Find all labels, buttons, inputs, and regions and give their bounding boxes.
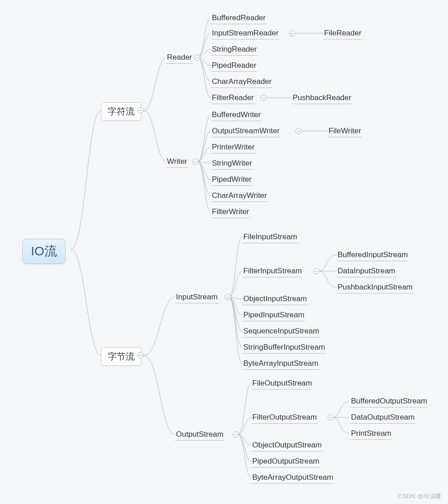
node-filter-writer[interactable]: FilterWriter [211, 206, 250, 218]
node-file-reader[interactable]: FileReader [323, 28, 362, 39]
node-bytearray-inputstream[interactable]: ByteArrayInputStream [242, 358, 319, 370]
node-stringbuffer-inputstream[interactable]: StringBufferInputStream [242, 342, 326, 354]
node-buffered-writer[interactable]: BufferedWriter [211, 110, 262, 121]
collapse-icon[interactable] [313, 268, 320, 274]
node-piped-reader[interactable]: PipedReader [211, 60, 257, 72]
collapse-icon[interactable] [194, 54, 200, 61]
node-reader[interactable]: Reader [166, 52, 193, 64]
node-chararray-writer[interactable]: CharArrayWriter [211, 190, 268, 202]
node-filter-inputstream[interactable]: FilterInputStream [242, 266, 303, 277]
node-data-outputstream[interactable]: DataOutputStream [350, 412, 416, 424]
node-piped-writer[interactable]: PipedWriter [211, 174, 253, 186]
branch-byte-stream[interactable]: 字节流 [101, 347, 141, 366]
node-chararray-reader[interactable]: CharArrayReader [211, 76, 272, 88]
node-data-inputstream[interactable]: DataInputStream [337, 266, 396, 277]
node-buffered-inputstream[interactable]: BufferedInputStream [337, 250, 409, 261]
node-file-writer[interactable]: FileWriter [328, 126, 362, 137]
node-filter-reader[interactable]: FilterReader [211, 92, 255, 104]
collapse-icon[interactable] [289, 30, 295, 36]
node-buffered-outputstream[interactable]: BufferedOutputStream [350, 396, 428, 408]
collapse-icon[interactable] [137, 352, 144, 359]
root-node[interactable]: IO流 [22, 239, 66, 264]
node-piped-inputstream[interactable]: PipedInputStream [242, 310, 305, 321]
node-sequence-inputstream[interactable]: SequenceInputStream [242, 326, 320, 337]
node-pushback-reader[interactable]: PushbackReader [292, 92, 352, 104]
node-printer-writer[interactable]: PrinterWriter [211, 142, 255, 153]
node-file-outputstream[interactable]: FileOutputStream [251, 378, 313, 390]
collapse-icon[interactable] [224, 294, 231, 300]
node-inputstream-reader[interactable]: InputStreamReader [211, 28, 279, 39]
collapse-icon[interactable] [328, 414, 334, 421]
collapse-icon[interactable] [192, 158, 198, 165]
node-bytearray-outputstream[interactable]: ByteArrayOutputStream [251, 472, 334, 484]
node-print-stream[interactable]: PrintStream [350, 428, 392, 440]
node-string-reader[interactable]: StringReader [211, 44, 258, 56]
node-filter-outputstream[interactable]: FilterOutputStream [251, 412, 318, 424]
node-inputstream[interactable]: InputStream [175, 292, 219, 303]
collapse-icon[interactable] [260, 95, 267, 101]
node-object-outputstream[interactable]: ObjectOutputStream [251, 440, 323, 451]
node-writer[interactable]: Writer [166, 156, 188, 168]
node-piped-outputstream[interactable]: PipedOutputStream [251, 456, 320, 468]
node-outputstream[interactable]: OutputStream [175, 429, 224, 441]
node-object-inputstream[interactable]: ObjectInputStream [242, 294, 308, 305]
node-file-inputstream[interactable]: FileInputStream [242, 232, 298, 243]
node-pushback-inputstream[interactable]: PushbackInputStream [337, 282, 413, 294]
mindmap-stage: IO流 字符流 字节流 Reader Writer BufferedReader… [0, 0, 448, 504]
collapse-icon[interactable] [233, 431, 239, 438]
collapse-icon[interactable] [137, 107, 144, 114]
node-string-writer[interactable]: StringWriter [211, 158, 253, 170]
branch-char-stream[interactable]: 字符流 [101, 102, 141, 121]
watermark-text: CSDN @与温暖 [398, 492, 442, 500]
node-outputstream-writer[interactable]: OutputStreamWriter [211, 126, 281, 137]
collapse-icon[interactable] [295, 128, 302, 134]
node-buffered-reader[interactable]: BufferedReader [211, 13, 267, 24]
